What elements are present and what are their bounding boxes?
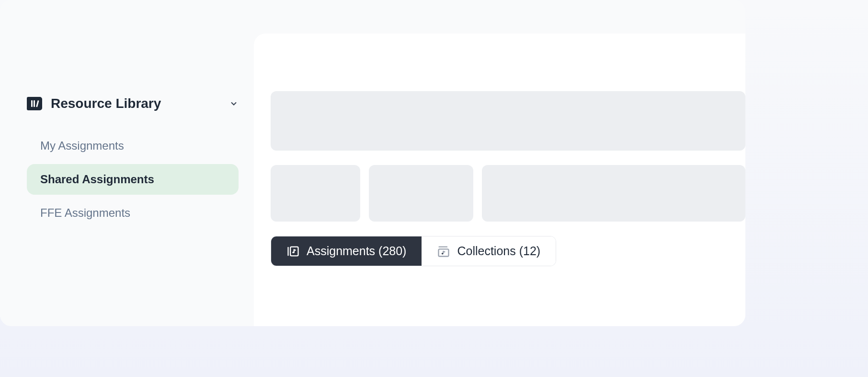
main-panel: Assignments (280) Collections (12) <box>254 34 745 326</box>
assignments-icon <box>286 245 300 258</box>
skeleton-placeholder <box>271 165 360 222</box>
library-icon <box>27 97 42 110</box>
tab-collections[interactable]: Collections (12) <box>422 236 556 266</box>
content-area: Resource Library My Assignments Shared A… <box>0 34 745 326</box>
tab-assignments[interactable]: Assignments (280) <box>271 236 422 266</box>
skeleton-placeholder <box>369 165 473 222</box>
chevron-down-icon[interactable] <box>229 99 239 108</box>
skeleton-placeholder <box>271 91 745 151</box>
sidebar: Resource Library My Assignments Shared A… <box>0 34 254 326</box>
collections-icon <box>437 245 450 258</box>
sidebar-item-my-assignments[interactable]: My Assignments <box>27 130 239 161</box>
app-container: Resource Library My Assignments Shared A… <box>0 0 745 326</box>
skeleton-placeholder <box>482 165 745 222</box>
tab-label: Assignments (280) <box>307 244 406 258</box>
sidebar-item-label: FFE Assignments <box>40 206 130 219</box>
skeleton-row <box>271 165 745 222</box>
sidebar-item-label: Shared Assignments <box>40 173 154 186</box>
sidebar-item-label: My Assignments <box>40 139 124 152</box>
sidebar-items: My Assignments Shared Assignments FFE As… <box>27 130 239 228</box>
tab-label: Collections (12) <box>457 244 540 258</box>
sidebar-title: Resource Library <box>51 96 220 111</box>
tab-group: Assignments (280) Collections (12) <box>271 236 556 266</box>
sidebar-item-ffe-assignments[interactable]: FFE Assignments <box>27 198 239 228</box>
sidebar-item-shared-assignments[interactable]: Shared Assignments <box>27 164 239 195</box>
sidebar-header[interactable]: Resource Library <box>27 96 239 111</box>
topbar <box>0 0 745 34</box>
